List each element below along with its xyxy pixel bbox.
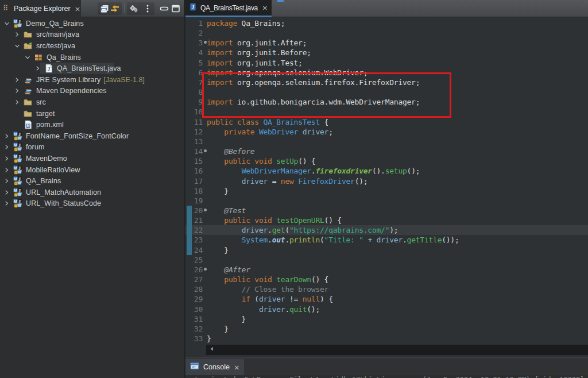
tree-item-src[interactable]: src [0,97,183,108]
console-icon [190,361,199,373]
tree-item-maven-dependencies[interactable]: Maven Dependencies [0,86,183,97]
line-number: 4 [185,48,203,57]
line-number: 29 [185,294,203,304]
code-line-27[interactable]: 27 public void tearDown() { [185,275,588,284]
tree-item-forum[interactable]: JMforum [0,142,183,153]
tab-package-explorer[interactable]: Package Explorer × [0,0,81,17]
line-number: 13 [185,137,203,146]
chevron-collapsed-icon[interactable] [14,87,21,94]
tree-item-fontname-fontsize-fontcolor[interactable]: JMFontName_FontSize_FontColor [0,130,183,142]
code-line-23[interactable]: 23 System.out.println("Title: " + driver… [185,235,588,245]
code-line-5[interactable]: 5import org.junit.Test; [185,58,588,68]
code-line-1[interactable]: 1package Qa_Brains; [185,18,588,28]
code-text: } [207,186,229,196]
code-line-28[interactable]: 28 // Close the browser [185,284,588,294]
code-line-22[interactable]: 22 driver.get("https://qabrains.com/"); [185,225,588,235]
collapse-all-icon[interactable] [99,3,110,14]
chevron-collapsed-icon[interactable] [3,144,10,151]
code-line-30[interactable]: 30 driver.quit(); [185,304,588,314]
code-line-25[interactable]: 25 [185,255,588,265]
code-line-24[interactable]: 24 } [185,245,588,255]
code-line-18[interactable]: 18 } [185,186,588,196]
chevron-expanded-icon[interactable] [3,20,10,27]
code-line-17[interactable]: 17 driver = new FirefoxDriver(); [185,176,588,186]
tree-item-src-test-java[interactable]: src/test/java [0,40,183,52]
chevron-collapsed-icon[interactable] [3,167,10,173]
toolbar-separator [124,4,125,13]
tree-item-pom-xml[interactable]: Mpom.xml [0,119,183,130]
java-file-icon: J [44,64,54,73]
view-menu-kebab-icon[interactable] [142,3,153,14]
line-number: 1 [185,18,203,28]
svg-text:M: M [14,132,17,136]
code-line-31[interactable]: 31 } [185,314,588,324]
tree-item-qa-brainstest-java[interactable]: JQA_BrainsTest.java [0,63,183,74]
tree-item-label: pom.xml [36,121,64,129]
close-icon[interactable]: × [234,363,239,372]
gears-icon[interactable] [129,3,139,14]
tree-item-label: FontName_FontSize_FontColor [26,132,129,140]
code-text: driver.get("https://qabrains.com/"); [207,225,398,235]
tree-item-url-matchautomation[interactable]: JMURL_MatchAutomation [0,187,183,198]
line-number: 32 [185,324,203,334]
code-line-4[interactable]: 4import org.junit.Before; [185,48,588,57]
tab-editor-file[interactable]: J QA_BrainsTest.java × [185,0,272,17]
code-line-20[interactable]: 20 @Test [185,206,588,215]
code-line-13[interactable]: 13 [185,137,588,146]
chevron-collapsed-icon[interactable] [3,133,10,140]
line-number: 10 [185,107,203,117]
code-area[interactable]: 1package Qa_Brains;23import org.junit.Af… [185,17,588,357]
chevron-collapsed-icon[interactable] [3,155,10,162]
close-icon[interactable]: × [262,3,268,12]
code-line-21[interactable]: 21 public void testOpenURL() { [185,215,588,225]
tree-item-qa-brains[interactable]: JMQA_Brains [0,175,183,187]
console-content[interactable]: <terminated> C:\Program Files\Java\jdk-1… [185,375,588,378]
chevron-expanded-icon[interactable] [24,54,31,61]
code-line-12[interactable]: 12 private WebDriver driver; [185,127,588,137]
chevron-expanded-icon[interactable] [14,43,21,49]
chevron-collapsed-icon[interactable] [3,200,10,207]
code-text: driver.quit(); [207,304,320,314]
code-line-2[interactable]: 2 [185,28,588,38]
close-icon[interactable]: × [75,5,80,13]
chevron-collapsed-icon[interactable] [34,65,41,72]
line-number: 9 [185,97,203,107]
code-line-3[interactable]: 3import org.junit.After; [185,38,588,48]
svg-text:M: M [14,19,17,23]
svg-text:J: J [48,66,51,72]
code-line-29[interactable]: 29 if (driver != null) { [185,294,588,304]
tree-item-target[interactable]: target [0,108,183,119]
code-line-15[interactable]: 15 public void setUp() { [185,156,588,166]
code-line-11[interactable]: 11public class QA_BrainsTest { [185,117,588,127]
scroll-left-arrow-icon[interactable] [208,345,216,355]
chevron-collapsed-icon[interactable] [3,178,10,184]
line-number: 30 [185,304,203,314]
tree-item-label: Qa_Brains [47,53,81,61]
chevron-collapsed-icon[interactable] [14,31,21,38]
link-with-editor-icon[interactable] [110,3,120,14]
code-line-33[interactable]: 33} [185,334,588,344]
code-line-16[interactable]: 16 WebDriverManager.firefoxdriver().setu… [185,166,588,176]
code-line-19[interactable]: 19 [185,196,588,206]
tab-console[interactable]: Console × [185,359,244,375]
tree-item-qa-brains[interactable]: Qa_Brains [0,52,183,63]
chevron-placeholder [14,110,21,117]
toolbar-group-2 [127,2,154,15]
tree-item-url-with-statuscode[interactable]: JMURL_With_StatusCode [0,198,183,210]
minimize-view-icon[interactable] [159,3,169,14]
code-line-14[interactable]: 14 @Before [185,146,588,156]
tree-item-label: src/main/java [36,30,79,38]
tree-item-jre-system-library[interactable]: JRE System Library[JavaSE-1.8] [0,74,183,86]
tree-item-label: Demo_Qa_Brains [26,20,84,28]
code-line-32[interactable]: 32 } [185,324,588,334]
tree-item-mobileratioview[interactable]: JMMobileRatioView [0,164,183,176]
tree-item-mavendemo[interactable]: JMMavenDemo [0,153,183,164]
chevron-collapsed-icon[interactable] [14,99,21,106]
tree-item-demo-qa-brains[interactable]: JMDemo_Qa_Brains [0,18,183,29]
maximize-view-icon[interactable] [171,3,181,14]
code-line-26[interactable]: 26 @After [185,265,588,275]
horizontal-scrollbar[interactable] [206,345,588,355]
tree-item-src-main-java[interactable]: src/main/java [0,29,183,41]
chevron-collapsed-icon[interactable] [3,189,10,196]
chevron-collapsed-icon[interactable] [14,76,21,83]
